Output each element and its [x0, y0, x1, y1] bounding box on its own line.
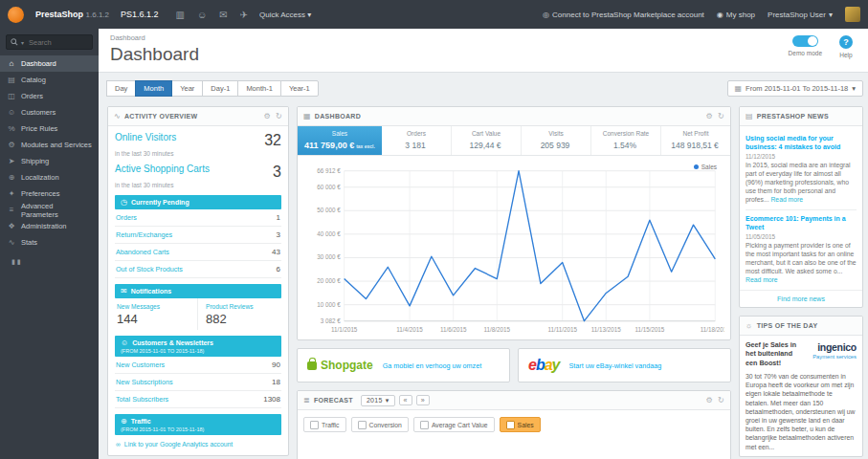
rocket-icon[interactable]: ✈ [240, 10, 248, 20]
kpi-cart-value[interactable]: Cart Value 129,44 € [452, 126, 522, 155]
clock-icon: ◷ [121, 198, 127, 207]
sidebar-item-customers[interactable]: ☺ Customers [0, 104, 99, 120]
user-menu[interactable]: PrestaShop User ▾ [768, 11, 833, 19]
quick-access-menu[interactable]: Quick Access ▾ [259, 11, 311, 19]
chevron-down-icon: ▾ [852, 84, 856, 93]
sidebar-item-price-rules[interactable]: % Price Rules [0, 120, 99, 137]
sidebar-item-shipping[interactable]: ➤ Shipping [0, 153, 99, 169]
previous-year-button[interactable]: « [399, 395, 412, 405]
sidebar-item-preferences[interactable]: ✦ Preferences [0, 186, 99, 202]
refresh-icon[interactable]: ↻ [276, 112, 282, 120]
shopgate-promo[interactable]: Shopgate Ga mobiel en verhoog uw omzet [297, 348, 510, 382]
customers-row-label[interactable]: New Customers [116, 361, 165, 369]
next-year-button[interactable]: » [416, 395, 430, 405]
news-article-title[interactable]: Ecommerce 101: Payments in a Tweet [746, 214, 857, 231]
news-article-date: 11/12/2015 [746, 153, 857, 160]
find-more-news-link[interactable]: Find more news [740, 290, 862, 307]
sidebar-item-administration[interactable]: ❖ Administration [0, 218, 99, 234]
gear-icon[interactable]: ⚙ [706, 396, 713, 404]
preset-month[interactable]: Month [135, 80, 172, 97]
pending-row-label[interactable]: Abandoned Carts [116, 248, 169, 256]
collapse-menu-button[interactable]: ▮▮ [0, 251, 99, 266]
shop-name[interactable]: PS1.6.1.2 [121, 10, 159, 19]
marketplace-connect-link[interactable]: ◎Connect to PrestaShop Marketplace accou… [543, 11, 704, 19]
kpi-conversion-rate[interactable]: Conversion Rate 1.54% [591, 126, 661, 155]
prestashop-logo-icon[interactable] [8, 7, 24, 23]
chevron-down-icon: ▾ [829, 11, 833, 19]
preset-month-1[interactable]: Month-1 [237, 80, 281, 97]
sidebar-item-orders[interactable]: ◫ Orders [0, 88, 99, 104]
notifications-header: ✉ Notifications [115, 284, 281, 298]
kpi-net-profit[interactable]: Net Profit 148 918,51 € [661, 126, 730, 155]
preset-day-1[interactable]: Day-1 [202, 80, 238, 97]
sidebar-item-dashboard[interactable]: ⌂ Dashboard [0, 55, 99, 72]
svg-text:11/8/2015: 11/8/2015 [484, 326, 511, 333]
grid-icon: ▦ [303, 112, 311, 120]
help-icon[interactable]: ? [839, 35, 853, 49]
ebay-promo[interactable]: ebay Start uw eBay-winkel vandaag [518, 348, 731, 382]
sidebar-item-modules[interactable]: ⚙ Modules and Services [0, 137, 99, 153]
refresh-icon[interactable]: ↻ [718, 112, 724, 120]
sidebar-item-localization[interactable]: ⊕ Localization [0, 169, 99, 186]
forecast-chip-sales[interactable]: Sales [500, 417, 541, 432]
customers-row-label[interactable]: New Subscriptions [116, 378, 173, 386]
sidebar-item-advanced-parameters[interactable]: ≡ Advanced Parameters [0, 202, 99, 218]
pending-row-label[interactable]: Out of Stock Products [116, 265, 183, 273]
online-visitors-value: 32 [264, 132, 281, 149]
shopgate-promo-link[interactable]: Ga mobiel en verhoog uw omzet [383, 361, 481, 370]
version-label: 1.6.1.2 [86, 11, 109, 19]
sidebar: ▾ ⌂ Dashboard ▤ Catalog ◫ Orders ☺ Custo… [0, 29, 99, 459]
customers-row-value: 90 [272, 361, 280, 369]
administration-icon: ❖ [7, 222, 16, 230]
ingenico-logo[interactable]: ingenico Payment services [812, 340, 857, 367]
pending-orders: Orders 1 [115, 209, 281, 227]
messages-icon[interactable]: ✉ [219, 10, 227, 20]
customers-row-label[interactable]: Total Subscribers [116, 395, 168, 404]
pending-row-label[interactable]: Orders [116, 213, 137, 222]
gear-icon[interactable]: ⚙ [264, 112, 271, 120]
user-avatar[interactable] [845, 7, 860, 22]
sidebar-item-catalog[interactable]: ▤ Catalog [0, 72, 99, 88]
read-more-link[interactable]: Read more [770, 196, 803, 203]
person-icon[interactable]: ☺ [197, 10, 207, 20]
forecast-chip-conversion[interactable]: Conversion [351, 417, 409, 432]
refresh-icon[interactable]: ↻ [718, 396, 724, 404]
news-article-title[interactable]: Using social media for your business: 4 … [746, 134, 857, 151]
sidebar-search[interactable]: ▾ [6, 34, 93, 50]
stat-new-messages[interactable]: New Messages 144 [115, 298, 198, 330]
ebay-promo-link[interactable]: Start uw eBay-winkel vandaag [569, 361, 662, 370]
preset-year[interactable]: Year [171, 80, 203, 97]
preset-year-1[interactable]: Year-1 [280, 80, 319, 97]
localization-icon: ⊕ [7, 173, 16, 182]
pending-row-label[interactable]: Return/Exchanges [116, 230, 172, 239]
chart-legend[interactable]: Sales [694, 164, 717, 170]
active-carts-link[interactable]: Active Shopping Carts [115, 164, 210, 174]
sidebar-item-label: Customers [21, 108, 56, 117]
preset-day[interactable]: Day [106, 80, 136, 97]
forecast-chip-traffic[interactable]: Traffic [303, 417, 346, 432]
date-range-picker[interactable]: ▦ From 2015-11-01 To 2015-11-18 ▾ [727, 80, 863, 97]
forecast-chip-label: Average Cart Value [432, 422, 488, 428]
sidebar-item-stats[interactable]: ∿ Stats [0, 234, 99, 251]
online-visitors-link[interactable]: Online Visitors [115, 132, 176, 142]
stat-product-reviews[interactable]: Product Reviews 882 [198, 298, 281, 330]
kpi-sales[interactable]: Sales 411 759,00 €tax excl. [298, 126, 382, 155]
gear-icon[interactable]: ⚙ [706, 112, 713, 120]
cart-icon[interactable]: ▥ [176, 10, 185, 20]
breadcrumb[interactable]: Dashboard [110, 33, 857, 42]
sidebar-item-label: Price Rules [21, 124, 57, 133]
kpi-visits[interactable]: Visits 205 939 [522, 126, 591, 155]
demo-mode-toggle[interactable] [792, 35, 818, 47]
google-analytics-link[interactable]: ∞ Link to your Google Analytics account [115, 435, 281, 451]
forecast-chip-average-cart-value[interactable]: Average Cart Value [413, 417, 495, 432]
plug-icon: ◎ [543, 11, 549, 19]
search-scope-caret-icon[interactable]: ▾ [21, 39, 24, 46]
forecast-year-select[interactable]: 2015▾ [361, 395, 395, 406]
sales-line-chart[interactable]: 11/1/201511/4/201511/6/201511/8/201511/1… [303, 162, 724, 338]
read-more-link[interactable]: Read more [746, 276, 778, 283]
search-icon [11, 38, 18, 46]
search-input[interactable] [27, 37, 86, 48]
kpi-orders[interactable]: Orders 3 181 [382, 126, 452, 155]
forecast-icon: ≣ [303, 396, 310, 404]
my-shop-link[interactable]: ◉My shop [717, 11, 755, 19]
